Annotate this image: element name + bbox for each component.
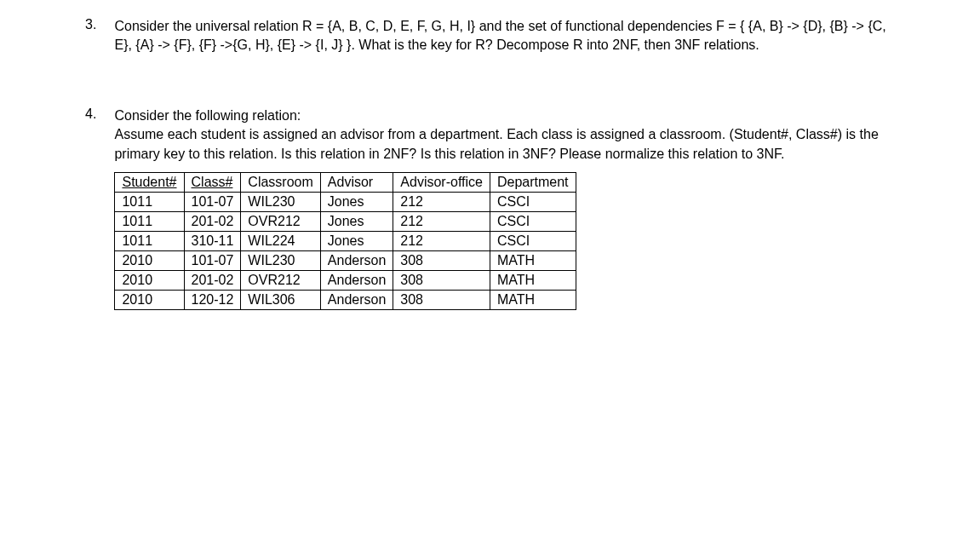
question-number: 3. [85, 17, 111, 32]
table-cell: OVR212 [241, 270, 320, 290]
relation-table: Student#Class#ClassroomAdvisorAdvisor-of… [114, 172, 576, 310]
table-cell: 308 [393, 290, 490, 309]
table-cell: 1011 [115, 231, 184, 250]
table-row: 2010120-12WIL306Anderson308MATH [115, 290, 576, 309]
table-header-row: Student#Class#ClassroomAdvisorAdvisor-of… [115, 172, 576, 192]
table-header-cell: Class# [184, 172, 241, 192]
question-3: 3. Consider the universal relation R = {… [85, 17, 895, 55]
table-cell: 308 [393, 270, 490, 290]
table-cell: CSCI [490, 211, 576, 231]
table-header-cell: Student# [115, 172, 184, 192]
question-body: Consider the following relation:Assume e… [114, 106, 890, 310]
table-cell: 101-07 [184, 250, 241, 270]
table-cell: CSCI [490, 192, 576, 211]
table-cell: MATH [490, 270, 576, 290]
table-cell: 310-11 [184, 231, 241, 250]
table-cell: MATH [490, 290, 576, 309]
question-4: 4. Consider the following relation:Assum… [85, 106, 895, 310]
table-cell: CSCI [490, 231, 576, 250]
table-cell: OVR212 [241, 211, 320, 231]
table-cell: Jones [320, 192, 393, 211]
question-text: Consider the following relation:Assume e… [114, 108, 878, 161]
table-row: 1011101-07WIL230Jones212CSCI [115, 192, 576, 211]
question-text: Consider the universal relation R = {A, … [114, 19, 885, 52]
table-cell: WIL224 [241, 231, 320, 250]
question-number: 4. [85, 106, 111, 122]
table-cell: 212 [393, 211, 490, 231]
table-cell: 201-02 [184, 270, 241, 290]
table-cell: 2010 [115, 270, 184, 290]
table-cell: Anderson [320, 270, 393, 290]
table-row: 2010101-07WIL230Anderson308MATH [115, 250, 576, 270]
table-header-cell: Advisor [320, 172, 393, 192]
table-row: 2010201-02OVR212Anderson308MATH [115, 270, 576, 290]
table-cell: 120-12 [184, 290, 241, 309]
table-cell: 1011 [115, 211, 184, 231]
table-row: 1011310-11WIL224Jones212CSCI [115, 231, 576, 250]
table-header-cell: Advisor-office [393, 172, 490, 192]
table-cell: WIL230 [241, 192, 320, 211]
table-header-cell: Classroom [241, 172, 320, 192]
table-cell: 2010 [115, 250, 184, 270]
table-cell: Jones [320, 211, 393, 231]
table-cell: WIL230 [241, 250, 320, 270]
table-cell: Anderson [320, 250, 393, 270]
table-cell: 101-07 [184, 192, 241, 211]
table-cell: Anderson [320, 290, 393, 309]
table-cell: WIL306 [241, 290, 320, 309]
table-cell: 201-02 [184, 211, 241, 231]
table-header-cell: Department [490, 172, 576, 192]
table-cell: MATH [490, 250, 576, 270]
table-cell: 308 [393, 250, 490, 270]
question-body: Consider the universal relation R = {A, … [114, 17, 890, 55]
table-cell: 212 [393, 192, 490, 211]
table-cell: Jones [320, 231, 393, 250]
table-cell: 1011 [115, 192, 184, 211]
table-cell: 212 [393, 231, 490, 250]
table-cell: 2010 [115, 290, 184, 309]
table-row: 1011201-02OVR212Jones212CSCI [115, 211, 576, 231]
